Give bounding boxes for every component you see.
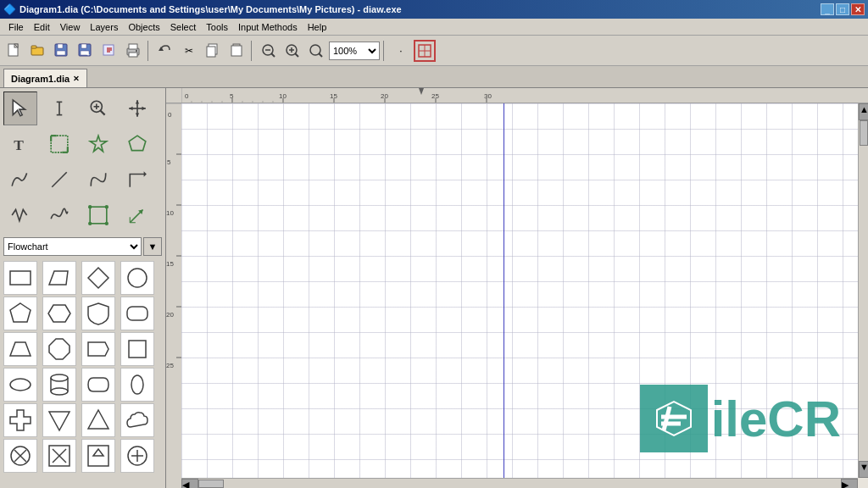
- tab-diagram1[interactable]: Diagram1.dia ✕: [3, 69, 87, 87]
- svg-marker-88: [49, 412, 70, 430]
- title-bar-left: 🔷 Diagram1.dia (C:\Documents and Setting…: [3, 3, 402, 15]
- bottom-scrollbar[interactable]: ◀ ▶: [181, 478, 858, 488]
- canvas-area[interactable]: 0 5 10 15 20 25 30: [166, 88, 868, 488]
- box-select-button[interactable]: [42, 127, 76, 161]
- menu-tools[interactable]: Tools: [201, 20, 233, 34]
- tool-buttons-grid: T: [0, 88, 165, 236]
- svg-marker-71: [49, 271, 68, 285]
- menu-input-methods[interactable]: Input Methods: [233, 20, 303, 34]
- svg-marker-78: [49, 339, 70, 359]
- shape-pluscircle[interactable]: [120, 439, 154, 473]
- zoom-out-button[interactable]: [258, 40, 280, 62]
- star-tool-button[interactable]: [81, 127, 115, 161]
- shape-hexagon[interactable]: [42, 297, 76, 330]
- menu-bar: File Edit View Layers Objects Select Too…: [0, 19, 868, 36]
- shape-drum[interactable]: [42, 368, 76, 402]
- zoom-fit-button[interactable]: [305, 40, 327, 62]
- menu-view[interactable]: View: [55, 20, 86, 34]
- saveas-button[interactable]: +: [75, 40, 97, 62]
- menu-help[interactable]: Help: [303, 20, 332, 34]
- freehand-tool-button[interactable]: [3, 163, 37, 197]
- svg-rect-80: [129, 341, 146, 358]
- print-button[interactable]: [122, 40, 144, 62]
- menu-edit[interactable]: Edit: [29, 20, 55, 34]
- scrollbar-thumb[interactable]: [860, 120, 868, 146]
- svg-point-86: [131, 375, 143, 394]
- shape-arrowbox[interactable]: [81, 439, 115, 473]
- scrollbar-left-button[interactable]: ◀: [181, 479, 198, 488]
- shape-rounded-rect[interactable]: [120, 297, 154, 330]
- shape-triangle-down[interactable]: [42, 403, 76, 437]
- box2-tool-button[interactable]: [81, 198, 115, 232]
- shape-ellipse[interactable]: [120, 368, 154, 402]
- new-button[interactable]: [3, 40, 25, 62]
- zoom-select[interactable]: 100% 50% 75% 125% 150% 200%: [329, 42, 380, 60]
- shape-xbox[interactable]: [42, 439, 76, 473]
- canvas-grid[interactable]: ileCR: [181, 103, 858, 478]
- svg-text:0: 0: [185, 92, 189, 100]
- svg-marker-50: [142, 107, 145, 110]
- canvas-content[interactable]: ileCR: [181, 103, 858, 478]
- zoom-tool-button[interactable]: [81, 92, 115, 125]
- shape-parallelogram[interactable]: [42, 261, 76, 295]
- scrollbar-down-button[interactable]: ▼: [859, 461, 868, 478]
- shape-category-dropdown[interactable]: Flowchart Basic UML Network ER: [3, 237, 142, 256]
- snap-button[interactable]: ·: [390, 40, 412, 62]
- shape-xcircle[interactable]: [3, 439, 37, 473]
- separator-3: [383, 41, 387, 61]
- shape-pentagon[interactable]: [3, 297, 37, 330]
- shape-dropdown-arrow[interactable]: ▼: [143, 237, 162, 256]
- shape-octagon[interactable]: [42, 332, 76, 366]
- shape-cross[interactable]: [3, 403, 37, 437]
- title-bar-controls[interactable]: _ □ ✕: [821, 3, 865, 15]
- shape-oval[interactable]: [3, 368, 37, 402]
- copy-button[interactable]: [202, 40, 224, 62]
- shape-triangle-up[interactable]: [81, 403, 115, 437]
- watermark-text: ileCR: [711, 390, 841, 448]
- shape-trapezoid[interactable]: [3, 332, 37, 366]
- undo-button[interactable]: [154, 40, 176, 62]
- zoom-in-button[interactable]: [281, 40, 303, 62]
- shape-diamond[interactable]: [81, 261, 115, 295]
- menu-select[interactable]: Select: [165, 20, 202, 34]
- grid-toggle-button[interactable]: [414, 40, 436, 62]
- scrollbar-hthumb[interactable]: [198, 480, 224, 488]
- close-button[interactable]: ✕: [851, 3, 865, 15]
- curve-tool-button[interactable]: [81, 163, 115, 197]
- maximize-button[interactable]: □: [836, 3, 849, 15]
- scrollbar-up-button[interactable]: ▲: [859, 103, 868, 120]
- shape-stadium[interactable]: [81, 368, 115, 402]
- shape-circle[interactable]: [120, 261, 154, 295]
- text-cursor-tool-button[interactable]: [42, 92, 76, 125]
- svg-rect-18: [129, 53, 137, 57]
- arrow-tool-button[interactable]: [120, 198, 154, 232]
- line-tool-button[interactable]: [42, 163, 76, 197]
- text-tool-button[interactable]: T: [3, 127, 37, 161]
- shape-shield[interactable]: [81, 297, 115, 330]
- shape-cloud[interactable]: [120, 403, 154, 437]
- svg-text:10: 10: [279, 92, 287, 100]
- scrollbar-right-button[interactable]: ▶: [841, 479, 858, 488]
- minimize-button[interactable]: _: [821, 3, 834, 15]
- select-tool-button[interactable]: [3, 92, 37, 125]
- corner-tool-button[interactable]: [120, 163, 154, 197]
- svg-text:10: 10: [166, 209, 174, 217]
- save-button[interactable]: [51, 40, 73, 62]
- shape-rect[interactable]: [3, 261, 37, 295]
- menu-objects[interactable]: Objects: [123, 20, 164, 34]
- spline-tool-button[interactable]: [42, 198, 76, 232]
- paste-button[interactable]: [225, 40, 248, 62]
- cut-button[interactable]: ✂: [178, 40, 200, 62]
- right-scrollbar[interactable]: ▲ ▼: [858, 103, 868, 478]
- shape-chevron[interactable]: [81, 332, 115, 366]
- polygon-tool-button[interactable]: [120, 127, 154, 161]
- zigzag-tool-button[interactable]: [3, 198, 37, 232]
- shape-square[interactable]: [120, 332, 154, 366]
- tab-close-button[interactable]: ✕: [73, 75, 80, 83]
- open-button[interactable]: [27, 40, 49, 62]
- export-button[interactable]: [98, 40, 120, 62]
- menu-layers[interactable]: Layers: [85, 20, 123, 34]
- svg-text:25: 25: [166, 362, 174, 369]
- move-tool-button[interactable]: [120, 92, 154, 125]
- menu-file[interactable]: File: [3, 20, 29, 34]
